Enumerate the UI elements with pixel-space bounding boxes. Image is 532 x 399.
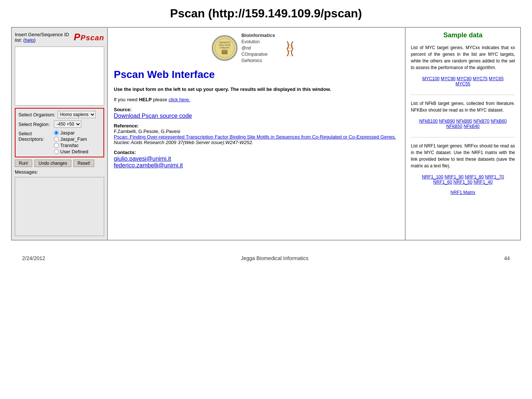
left-panel-header: Insert Gene/Sequence ID list: (help) PPs… [15,31,104,43]
help-click-link[interactable]: click here. [168,97,190,102]
reference-link[interactable]: Pscan: Finding Over-represented Transcri… [114,134,396,140]
nrf1-50-link[interactable]: NRF1_50 [453,180,472,185]
nfkb70-link[interactable]: NFkB70 [473,119,489,124]
radio-transfac-input[interactable] [54,143,59,148]
nfkb90-link[interactable]: NFkB90 [439,119,455,124]
bio-text-block: Bioinformatics Evolution @nd COmparative… [241,32,275,64]
organism-row: Select Organism: Homo sapiens [18,111,100,118]
contacts-section: Contacts: giulio.pavesi@unimi.it federic… [114,149,399,169]
source-title: Source: [114,107,132,112]
middle-panel: UNIVERSITÀ DEGLI STUDI DI MILANO Bioinfo… [108,28,406,240]
radio-transfac-label: Transfac [60,143,79,148]
region-label: Select Region: [18,122,52,127]
bio-comparative: COmparative [241,51,275,58]
divider2 [411,137,515,137]
footer-date: 2/24/2012 [22,255,45,261]
bio-evolution: Evolution [241,39,275,45]
svg-text:DEGLI STUDI: DEGLI STUDI [219,44,231,46]
svg-text:☞: ☞ [289,54,291,58]
right-panel: Sample data List of MYC target genes. MY… [406,28,520,240]
footer: 2/24/2012 Jegga Biomedical Informatics 4… [0,248,532,269]
radio-jaspar-label: Jaspar [60,130,75,136]
radio-transfac: Transfac [54,143,88,148]
myc100-link[interactable]: MYC100 [422,76,440,81]
myc65-link[interactable]: MYC65 [489,76,504,81]
undo-button[interactable]: Undo changes [34,160,71,167]
help-bold: HELP [139,97,152,102]
radio-jaspar: Jaspar [54,130,88,136]
reference-journal: Nucleic Acids Research 2009 37(Web Serve… [114,140,253,145]
radio-user-defined: User Defined [54,149,88,154]
nrf1-80-link[interactable]: NRF1_80 [465,174,484,180]
bio-genomics: GeNomics [241,58,275,64]
svg-rect-6 [223,49,226,51]
help-paragraph: If you need HELP please click here. [114,97,399,102]
nrf1-links: NRF1_100 NRF1_90 NRF1_80 NRF1_70 NRF1_60… [411,174,515,195]
nrf1-60-link[interactable]: NRF1_60 [433,180,452,185]
help-link[interactable]: help [25,37,34,43]
run-button[interactable]: Run! [15,160,32,167]
footer-page-number: 44 [504,255,510,261]
pscan-logo: PPscan [74,31,104,43]
logo-row: UNIVERSITÀ DEGLI STUDI DI MILANO Bioinfo… [114,32,399,64]
nrf1-40-link[interactable]: NRF1_40 [474,180,492,185]
contacts-title: Contacts: [114,150,136,155]
organism-label: Select Organism: [18,112,55,117]
form-section: Select Organism: Homo sapiens Select Reg… [15,108,104,157]
contact1-link[interactable]: giulio.pavesi@unimi.it [114,156,171,162]
descriptors-row: SelectDescriptors: Jaspar Jaspar_Fam Tra… [18,130,100,154]
reference-section: Reference: F.Zambelli, G.Pesole, G.Paves… [114,123,399,145]
nrf1-90-link[interactable]: NRF1_90 [444,174,463,180]
nfkb60-link[interactable]: NFkB60 [491,119,507,124]
radio-jaspar-input[interactable] [54,130,59,135]
bio-logo-icon: ☞ [279,37,301,59]
nfkb80-link[interactable]: NFkB80 [456,119,472,124]
myc-description: List of MYC target genes. MYCxx indicate… [411,44,515,71]
myc80-link[interactable]: MYC80 [457,76,471,81]
nrf1-100-link[interactable]: NRF1_100 [422,174,443,180]
radio-jaspar-fam-label: Jaspar_Fam [60,136,87,142]
svg-text:UNIVERSITÀ: UNIVERSITÀ [219,41,231,44]
radio-jaspar-fam: Jaspar_Fam [54,136,88,142]
select-label: SelectDescriptors: [18,131,44,142]
svg-text:DI MILANO: DI MILANO [220,47,230,49]
pscan-web-interface-title: Pscan Web Interface [114,69,399,81]
nfkb40-link[interactable]: NFkB40 [464,124,480,129]
nrf1-70-link[interactable]: NRF1_70 [485,174,504,180]
radio-jaspar-fam-input[interactable] [54,137,59,141]
university-logo: UNIVERSITÀ DEGLI STUDI DI MILANO [212,35,238,61]
messages-box [15,177,104,236]
contact2-link[interactable]: federico.zambelli@unimi.it [114,162,183,168]
source-link[interactable]: Download Pscan source code [114,113,192,119]
bio-and: @nd [241,45,275,51]
descriptors-label-col: SelectDescriptors: [18,130,52,154]
messages-label: Messages: [15,169,104,175]
myc-links: MYC100 MYC90 MYC80 MYC75 MYC65 MYC55 [411,76,515,86]
footer-center: Jegga Biomedical Informatics [241,255,308,261]
myc90-link[interactable]: MYC90 [441,76,456,81]
radio-user-defined-input[interactable] [54,149,59,154]
organism-select[interactable]: Homo sapiens [58,111,96,118]
nfkb-links: NFkB100 NFkB90 NFkB80 NFkB70 NFkB60 NFkB… [411,119,515,129]
radio-group: Jaspar Jaspar_Fam Transfac User Defined [54,130,88,154]
myc75-link[interactable]: MYC75 [473,76,488,81]
page-title: Pscan (http://159.149.109.9/pscan) [0,0,532,27]
divider1 [411,95,515,95]
gene-sequence-input[interactable] [15,47,104,106]
reference-title: Reference: [114,123,139,129]
reset-button[interactable]: Reset! [74,160,95,167]
bio-title: Bioinformatics [241,32,275,39]
myc55-link[interactable]: MYC55 [456,81,470,86]
left-panel: Insert Gene/Sequence ID list: (help) PPs… [12,28,108,240]
insert-label: Insert Gene/Sequence ID list: (help) [15,32,71,43]
source-section: Source: Download Pscan source code [114,106,399,119]
nrf1-description: List of NRF1 target genes. NRFxx should … [411,143,515,169]
svg-line-8 [287,44,293,46]
pscan-description: Use the input form on the left to set up… [114,86,399,93]
nfkb50-link[interactable]: NFkB50 [446,124,462,129]
reference-authors: F.Zambelli, G.Pesole, G.Pavesi [114,129,180,134]
region-select[interactable]: -450 +50 [54,120,81,128]
nrf1-matrix-link[interactable]: NRF1 Matrix [450,190,475,195]
nfkb100-link[interactable]: NFkB100 [419,119,438,124]
btn-row: Run! Undo changes Reset! [15,160,104,167]
